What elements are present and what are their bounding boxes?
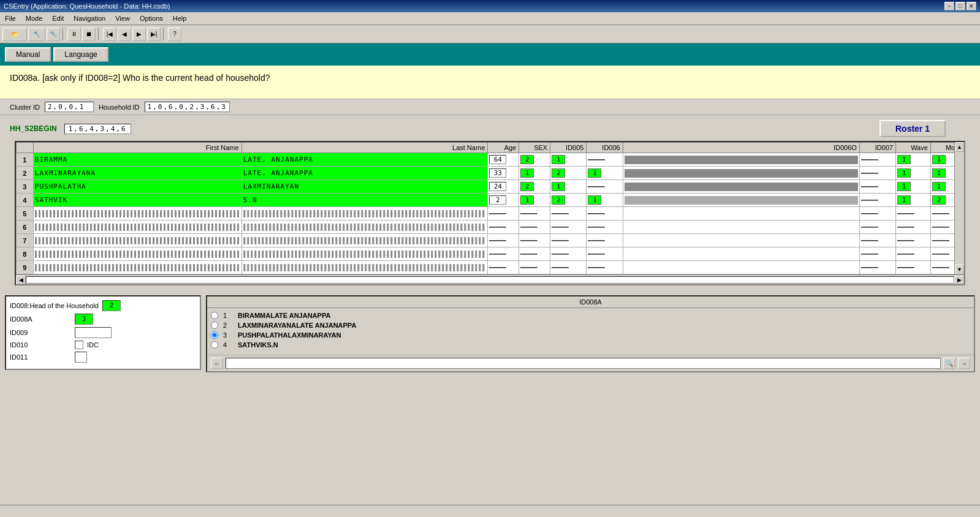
first-name-cell[interactable] — [33, 207, 241, 221]
id006o-cell[interactable] — [623, 153, 859, 167]
toolbar-pause-button[interactable]: ⏸ — [67, 28, 81, 41]
id006-cell[interactable]: 1 — [587, 194, 623, 207]
language-button[interactable]: Language — [53, 47, 108, 62]
id006-cell[interactable] — [587, 207, 623, 221]
sex-cell[interactable]: 2 — [519, 153, 550, 167]
id007-cell[interactable] — [859, 194, 895, 207]
toolbar-help-button[interactable]: ? — [168, 28, 181, 41]
id005-cell[interactable] — [550, 247, 587, 261]
choice-row-3[interactable]: 3 PUSHPALATHALAXMINARAYAN — [211, 331, 970, 339]
age-cell[interactable]: 64 — [488, 153, 519, 167]
wave-cell[interactable] — [896, 247, 931, 261]
id006-cell[interactable] — [587, 153, 623, 167]
id006-cell[interactable] — [587, 234, 623, 247]
last-name-cell[interactable]: S.N — [241, 194, 488, 207]
menu-mode[interactable]: Mode — [23, 13, 45, 23]
choice-radio-2[interactable] — [211, 322, 218, 329]
choice-radio-3[interactable] — [211, 331, 218, 339]
id007-cell[interactable] — [859, 180, 895, 194]
last-name-cell[interactable]: LATE, ANJANAPPA — [241, 167, 488, 180]
wave-cell[interactable] — [896, 261, 931, 274]
wave-cell[interactable]: 1 — [896, 180, 931, 194]
toolbar-btn3[interactable]: 🔧 — [47, 28, 60, 41]
menu-options[interactable]: Options — [137, 13, 165, 23]
sex-cell[interactable] — [519, 207, 550, 221]
choice-row-1[interactable]: 1 BIRAMMALATE ANJANAPPA — [211, 312, 970, 319]
wave-cell[interactable] — [896, 234, 931, 247]
last-name-cell[interactable] — [241, 234, 488, 247]
last-name-cell[interactable]: LAXMINARAYAN — [241, 180, 488, 194]
wave-cell[interactable] — [896, 207, 931, 221]
menu-navigation[interactable]: Navigation — [71, 13, 108, 23]
sex-cell[interactable] — [519, 234, 550, 247]
id006-cell[interactable] — [587, 221, 623, 234]
id005-cell[interactable] — [550, 234, 587, 247]
wave-cell[interactable]: 1 — [896, 153, 931, 167]
id007-cell[interactable] — [859, 153, 895, 167]
vertical-scrollbar[interactable]: ▲ ▼ — [954, 142, 964, 274]
id006-cell[interactable] — [587, 247, 623, 261]
table-row[interactable]: 6 — [17, 221, 964, 234]
id007-cell[interactable] — [859, 234, 895, 247]
id005-cell[interactable]: 2 — [550, 167, 587, 180]
first-name-cell[interactable] — [33, 247, 241, 261]
age-cell[interactable]: 24 — [488, 180, 519, 194]
table-row[interactable]: 3 PUSHPALATHA LAXMINARAYAN 24 2 1 1 1 — [17, 180, 964, 194]
choice-row-4[interactable]: 4 SATHVIKS.N — [211, 341, 970, 349]
id005-cell[interactable]: 1 — [550, 180, 587, 194]
menu-edit[interactable]: Edit — [50, 13, 66, 23]
id006-cell[interactable] — [587, 261, 623, 274]
id011-checkbox[interactable] — [75, 352, 87, 363]
id005-cell[interactable] — [550, 261, 587, 274]
id006o-cell[interactable] — [623, 180, 859, 194]
first-name-cell[interactable]: LAXMINARAYANA — [33, 167, 241, 180]
wave-cell[interactable] — [896, 221, 931, 234]
sex-cell[interactable]: 2 — [519, 180, 550, 194]
id006o-cell[interactable] — [623, 167, 859, 180]
id005-cell[interactable] — [550, 207, 587, 221]
restore-button[interactable]: □ — [955, 2, 965, 10]
id005-cell[interactable]: 2 — [550, 194, 587, 207]
age-cell[interactable] — [488, 221, 519, 234]
last-name-cell[interactable] — [241, 261, 488, 274]
id006o-cell[interactable] — [623, 221, 859, 234]
menu-view[interactable]: View — [113, 13, 132, 23]
first-name-cell[interactable]: SATHVIK — [33, 194, 241, 207]
choice-radio-1[interactable] — [211, 312, 218, 319]
horizontal-scrollbar[interactable]: ◀ ▶ — [16, 274, 964, 284]
close-button[interactable]: ✕ — [967, 2, 976, 10]
id007-cell[interactable] — [859, 261, 895, 274]
id006-cell[interactable]: 1 — [587, 167, 623, 180]
id006o-cell[interactable] — [623, 247, 859, 261]
scroll-track[interactable] — [955, 152, 964, 265]
scroll-left-button[interactable]: ◀ — [16, 276, 26, 284]
id005-cell[interactable]: 1 — [550, 153, 587, 167]
id010-checkbox[interactable] — [75, 341, 83, 349]
sex-cell[interactable] — [519, 247, 550, 261]
id006o-cell[interactable] — [623, 194, 859, 207]
scroll-up-button[interactable]: ▲ — [955, 142, 964, 152]
scroll-bar-inner[interactable] — [26, 276, 954, 284]
first-name-cell[interactable] — [33, 261, 241, 274]
first-name-cell[interactable]: PUSHPALATHA — [33, 180, 241, 194]
id007-cell[interactable] — [859, 221, 895, 234]
toolbar-first-button[interactable]: |◀ — [103, 28, 116, 41]
last-name-cell[interactable] — [241, 247, 488, 261]
toolbar-next-button[interactable]: ▶ — [132, 28, 146, 41]
toolbar-last-button[interactable]: ▶| — [147, 28, 161, 41]
first-name-cell[interactable] — [33, 221, 241, 234]
age-cell[interactable]: 2 — [488, 194, 519, 207]
last-name-cell[interactable]: LATE, ANJANAPPA — [241, 153, 488, 167]
age-cell[interactable]: 33 — [488, 167, 519, 180]
last-name-cell[interactable] — [241, 221, 488, 234]
toolbar-btn2[interactable]: 🔧 — [28, 28, 45, 41]
roster-title-button[interactable]: Roster 1 — [879, 120, 946, 137]
toolbar-stop-button[interactable]: ⏹ — [82, 28, 96, 41]
age-cell[interactable] — [488, 261, 519, 274]
id008-value[interactable]: 2 — [102, 300, 121, 311]
sex-cell[interactable] — [519, 221, 550, 234]
id009-value[interactable] — [75, 327, 112, 338]
search-forward-button[interactable]: → — [958, 358, 970, 369]
table-row[interactable]: 9 — [17, 261, 964, 274]
scroll-right-button[interactable]: ▶ — [954, 276, 964, 284]
